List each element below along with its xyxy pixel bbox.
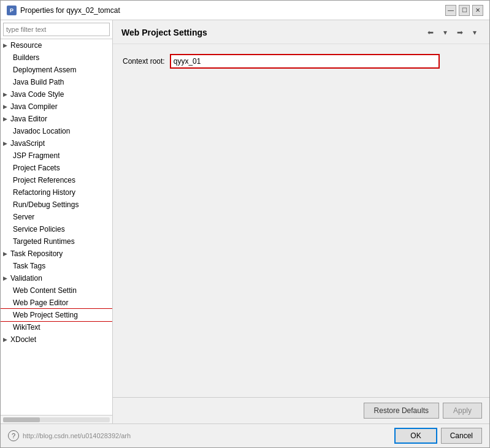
sidebar-item-deployment-assem[interactable]: Deployment Assem	[1, 64, 112, 76]
expand-arrow-resource: ▶	[3, 42, 9, 48]
expand-arrow-java-compiler: ▶	[3, 104, 9, 110]
sidebar-item-targeted-runtimes[interactable]: Targeted Runtimes	[1, 235, 112, 248]
content-body: Context root:	[113, 44, 489, 397]
dropdown-button[interactable]: ▾	[439, 26, 451, 39]
sidebar-label-server: Server	[13, 213, 34, 221]
context-root-label: Context root:	[123, 57, 165, 66]
sidebar-label-builders: Builders	[13, 53, 39, 62]
sidebar-item-web-project-setting[interactable]: Web Project Setting	[1, 309, 112, 321]
context-root-row: Context root:	[123, 54, 480, 69]
sidebar-label-web-page-editor: Web Page Editor	[13, 298, 69, 307]
sidebar-item-task-tags[interactable]: Task Tags	[1, 260, 112, 272]
content-title: Web Project Settings	[121, 28, 207, 37]
context-root-input[interactable]	[170, 54, 440, 69]
sidebar-item-java-build-path[interactable]: Java Build Path	[1, 76, 112, 88]
scroll-thumb	[3, 417, 40, 422]
sidebar-label-wikitext: WikiText	[13, 323, 40, 332]
sidebar-label-project-references: Project References	[13, 176, 75, 184]
sidebar-label-javadoc-location: Javadoc Location	[13, 127, 70, 135]
cancel-button[interactable]: Cancel	[441, 428, 482, 444]
sidebar-item-web-content-settin[interactable]: Web Content Settin	[1, 284, 112, 297]
back-button[interactable]: ⬅	[424, 26, 437, 39]
expand-arrow-java-code-style: ▶	[3, 91, 9, 97]
sidebar-label-java-editor: Java Editor	[10, 115, 47, 123]
sidebar-label-resource: Resource	[10, 41, 42, 50]
sidebar-label-service-policies: Service Policies	[13, 225, 65, 233]
sidebar-item-project-references[interactable]: Project References	[1, 174, 112, 186]
sidebar-label-deployment-assem: Deployment Assem	[13, 66, 76, 74]
main-content: ▶ResourceBuildersDeployment AssemJava Bu…	[1, 20, 489, 423]
sidebar-label-java-code-style: Java Code Style	[10, 90, 64, 99]
content-header: Web Project Settings ⬅ ▾ ➡ ▾	[113, 20, 489, 44]
title-controls: — ☐ ✕	[445, 5, 483, 16]
bottom-bar: Restore Defaults Apply	[113, 397, 489, 423]
sidebar-label-refactoring-history: Refactoring History	[13, 188, 75, 197]
sidebar-label-java-compiler: Java Compiler	[10, 102, 58, 111]
close-button[interactable]: ✕	[472, 5, 483, 16]
footer-right: OK Cancel	[394, 428, 482, 444]
ok-button[interactable]: OK	[394, 428, 437, 444]
expand-arrow-xdoclet: ▶	[3, 336, 9, 343]
help-icon[interactable]: ?	[8, 430, 19, 441]
sidebar-item-run-debug-settings[interactable]: Run/Debug Settings	[1, 199, 112, 211]
sidebar-item-refactoring-history[interactable]: Refactoring History	[1, 186, 112, 199]
expand-arrow-java-editor: ▶	[3, 116, 9, 122]
sidebar-label-project-facets: Project Facets	[13, 164, 60, 172]
filter-input[interactable]	[3, 23, 110, 36]
scroll-track	[3, 417, 110, 422]
sidebar-label-javascript: JavaScript	[10, 139, 45, 148]
sidebar-label-task-repository: Task Repository	[10, 249, 63, 258]
dialog-icon: P	[7, 6, 17, 15]
sidebar-item-web-page-editor[interactable]: Web Page Editor	[1, 297, 112, 309]
apply-button[interactable]: Apply	[443, 403, 482, 419]
sidebar-label-validation: Validation	[10, 274, 42, 283]
sidebar-item-server[interactable]: Server	[1, 211, 112, 223]
sidebar-label-jsp-fragment: JSP Fragment	[13, 151, 59, 160]
header-icons: ⬅ ▾ ➡ ▾	[424, 26, 481, 39]
dialog-title: Properties for qyyx_02_tomcat	[20, 6, 120, 15]
sidebar-item-xdoclet[interactable]: ▶XDoclet	[1, 333, 112, 346]
sidebar-label-java-build-path: Java Build Path	[13, 78, 64, 86]
sidebar-item-resource[interactable]: ▶Resource	[1, 39, 112, 51]
sidebar-item-builders[interactable]: Builders	[1, 51, 112, 64]
content-area: Web Project Settings ⬅ ▾ ➡ ▾ Context roo…	[113, 20, 489, 423]
sidebar-item-java-editor[interactable]: ▶Java Editor	[1, 113, 112, 125]
sidebar-item-task-repository[interactable]: ▶Task Repository	[1, 248, 112, 260]
sidebar-item-javascript[interactable]: ▶JavaScript	[1, 137, 112, 150]
sidebar-item-java-code-style[interactable]: ▶Java Code Style	[1, 88, 112, 101]
title-bar-left: P Properties for qyyx_02_tomcat	[7, 6, 120, 15]
restore-defaults-button[interactable]: Restore Defaults	[364, 403, 439, 419]
forward-button[interactable]: ➡	[454, 26, 466, 39]
properties-dialog: P Properties for qyyx_02_tomcat — ☐ ✕ ▶R…	[0, 0, 490, 448]
sidebar-item-validation[interactable]: ▶Validation	[1, 272, 112, 284]
sidebar-label-run-debug-settings: Run/Debug Settings	[13, 200, 78, 209]
sidebar-item-javadoc-location[interactable]: Javadoc Location	[1, 125, 112, 137]
sidebar-scrollbar[interactable]	[1, 415, 112, 423]
sidebar-label-web-project-setting: Web Project Setting	[13, 311, 78, 319]
footer-left: ? http://blog.csdn.net/u014028392/arh	[8, 430, 131, 441]
expand-arrow-validation: ▶	[3, 275, 9, 281]
sidebar-item-wikitext[interactable]: WikiText	[1, 321, 112, 333]
sidebar-label-task-tags: Task Tags	[13, 262, 45, 270]
sidebar-label-xdoclet: XDoclet	[10, 335, 36, 344]
footer-url: http://blog.csdn.net/u014028392/arh	[23, 432, 131, 439]
sidebar-item-jsp-fragment[interactable]: JSP Fragment	[1, 150, 112, 162]
maximize-button[interactable]: ☐	[459, 5, 470, 16]
tree-list: ▶ResourceBuildersDeployment AssemJava Bu…	[1, 39, 112, 415]
sidebar-item-service-policies[interactable]: Service Policies	[1, 223, 112, 235]
minimize-button[interactable]: —	[445, 5, 456, 16]
sidebar-item-project-facets[interactable]: Project Facets	[1, 162, 112, 174]
sidebar: ▶ResourceBuildersDeployment AssemJava Bu…	[1, 20, 113, 423]
footer: ? http://blog.csdn.net/u014028392/arh OK…	[1, 423, 489, 447]
expand-arrow-task-repository: ▶	[3, 251, 9, 257]
menu-button[interactable]: ▾	[469, 26, 481, 39]
sidebar-label-web-content-settin: Web Content Settin	[13, 286, 77, 295]
title-bar: P Properties for qyyx_02_tomcat — ☐ ✕	[1, 1, 489, 20]
sidebar-label-targeted-runtimes: Targeted Runtimes	[13, 237, 75, 246]
filter-box	[1, 20, 112, 39]
expand-arrow-javascript: ▶	[3, 140, 9, 146]
sidebar-item-java-compiler[interactable]: ▶Java Compiler	[1, 101, 112, 113]
